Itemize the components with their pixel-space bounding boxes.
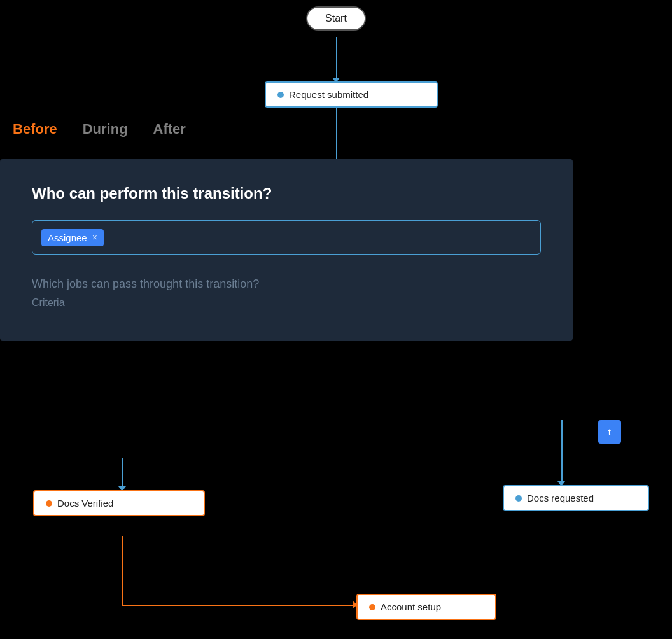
connector-right-down [561, 420, 563, 484]
phase-after: After [153, 121, 186, 137]
request-submitted-dot [277, 92, 284, 98]
phase-during: During [83, 121, 128, 137]
connector-request-down [336, 108, 337, 160]
connector-start-request [336, 37, 337, 80]
phase-before: Before [13, 121, 57, 137]
start-node: Start [306, 6, 366, 31]
docs-requested-node: Docs requested [503, 485, 649, 511]
account-setup-node: Account setup [356, 594, 496, 620]
docs-verified-dot [46, 500, 52, 507]
tag-remove-button[interactable]: × [92, 232, 97, 242]
connector-orange-horizontal [122, 605, 358, 606]
request-submitted-node: Request submitted [265, 81, 438, 108]
edge-button[interactable]: t [598, 420, 621, 444]
transition-panel: Who can perform this transition? Assigne… [0, 159, 573, 341]
connector-left-down [122, 458, 123, 489]
assignee-tag[interactable]: Assignee × [41, 229, 104, 246]
docs-requested-dot [515, 495, 522, 502]
tag-input[interactable]: Assignee × [32, 220, 541, 255]
panel-performers-question: Who can perform this transition? [32, 185, 541, 202]
panel-criteria: Criteria [32, 297, 541, 309]
account-setup-dot [369, 604, 375, 610]
tag-label: Assignee [48, 232, 87, 243]
phase-labels: Before During After [0, 121, 186, 137]
docs-verified-node: Docs Verified [33, 490, 205, 516]
connector-orange-vertical [122, 536, 123, 605]
panel-jobs-question: Which jobs can pass throught this transi… [32, 277, 541, 291]
